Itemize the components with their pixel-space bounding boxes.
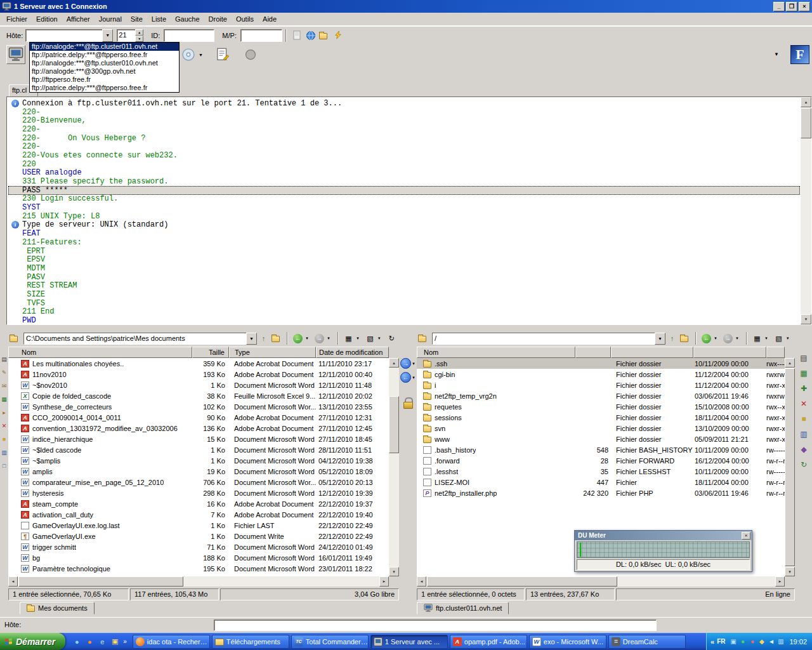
scroll-left-icon[interactable]: ◄ xyxy=(8,576,18,587)
close-button[interactable]: × xyxy=(799,2,810,11)
scroll-up-icon[interactable]: ▲ xyxy=(389,358,399,368)
scroll-down-icon[interactable]: ▼ xyxy=(389,567,399,576)
dock-icon[interactable]: ✕ xyxy=(0,422,8,430)
local-path-combo[interactable]: C:\Documents and Settings\patrice\Mes do… xyxy=(23,333,247,345)
quick-launch-overflow-icon[interactable]: » xyxy=(123,638,127,645)
host-history-item[interactable]: ftp://patrice.delpy:***@ftpperso.free.fr xyxy=(30,51,179,59)
file-row[interactable]: GameOverlayUI.exe 1 Ko Document Write 22… xyxy=(8,531,389,541)
taskbar-task-button[interactable]: idac ota - Recherc... xyxy=(133,635,210,649)
scroll-thumb[interactable] xyxy=(427,576,617,587)
host-history-item[interactable]: ftp://analogde:***@ftp.cluster010.ovh.ne… xyxy=(30,59,179,67)
tray-collapse-icon[interactable]: « xyxy=(710,638,714,646)
open-folder-button[interactable] xyxy=(318,29,332,43)
file-row[interactable]: GameOverlayUI.exe.log.last 1 Ko Fichier … xyxy=(8,520,389,531)
remote-path-combo[interactable]: / xyxy=(432,333,655,345)
maximize-button[interactable]: ❐ xyxy=(786,2,797,11)
menu-item[interactable]: Droite xyxy=(204,13,232,25)
file-row[interactable]: ~$lded cascode 1 Ko Document Microsoft W… xyxy=(8,444,389,455)
file-row[interactable]: svn Fichier dossier 13/10/2009 00:00 rwx… xyxy=(417,423,785,434)
upload-dropdown-icon[interactable]: ▼ xyxy=(412,362,416,366)
file-row[interactable]: ~$nov2010 1 Ko Document Microsoft Word 1… xyxy=(8,380,389,390)
remote-panel-tab[interactable]: ftp.cluster011.ovh.net xyxy=(417,602,509,614)
dock-icon[interactable]: ▸ xyxy=(0,409,8,417)
file-row[interactable]: requetes Fichier dossier 15/10/2008 00:0… xyxy=(417,401,785,412)
close-icon[interactable]: × xyxy=(742,532,750,540)
file-row[interactable]: .ssh Fichier dossier 10/11/2009 00:00 rw… xyxy=(417,358,785,369)
forward-button[interactable]: → xyxy=(313,332,326,345)
up-directory-button[interactable]: ↑ xyxy=(257,332,270,345)
quick-launch-icon[interactable]: ● xyxy=(71,638,82,646)
offline-globe-button[interactable] xyxy=(241,45,260,64)
column-header[interactable]: Taille xyxy=(192,347,229,358)
column-header[interactable]: Nom xyxy=(417,347,575,358)
menu-item[interactable]: Liste xyxy=(147,13,171,25)
back-button[interactable]: ← xyxy=(291,332,304,345)
column-header[interactable] xyxy=(575,347,611,358)
tray-icon[interactable]: ▣ xyxy=(729,638,737,645)
taskbar-task-button[interactable]: exo - Microsoft W... xyxy=(529,635,606,649)
view-mode-button[interactable]: ▦ xyxy=(750,332,764,345)
open-folder-button[interactable] xyxy=(270,332,284,345)
login-input[interactable] xyxy=(164,29,214,42)
dock-icon[interactable]: ✚ xyxy=(799,383,809,394)
refresh-button[interactable]: ↻ xyxy=(385,332,398,345)
file-row[interactable]: convention_13031972_modifiee_av_03032006… xyxy=(8,423,389,434)
taskbar-task-button[interactable]: Total Commander ... xyxy=(291,635,369,649)
tray-icon[interactable]: ▥ xyxy=(776,638,785,645)
tray-icon[interactable]: ◆ xyxy=(757,638,766,645)
scroll-down-icon[interactable]: ▼ xyxy=(785,567,795,576)
dock-icon[interactable]: ▦ xyxy=(799,368,809,379)
remote-horizontal-scrollbar[interactable]: ◄ ► xyxy=(417,576,795,587)
menu-item[interactable]: Fichier xyxy=(2,13,32,25)
dock-icon[interactable]: ■ xyxy=(799,414,809,425)
download-button[interactable]: ← xyxy=(400,372,411,383)
host-history-item[interactable]: ftp://analogde:***@300gp.ovh.net xyxy=(30,67,179,76)
scroll-right-icon[interactable]: ► xyxy=(379,576,389,587)
scroll-thumb[interactable] xyxy=(389,396,399,453)
log-scrollbar[interactable]: ▲ ▼ xyxy=(801,97,811,324)
column-header[interactable]: Type xyxy=(229,347,316,358)
port-spinner[interactable]: ▲▼ xyxy=(135,29,143,42)
edit-notes-button[interactable] xyxy=(213,45,232,64)
forward-dropdown-icon[interactable]: ▼ xyxy=(327,336,331,340)
dock-icon[interactable]: ▦ xyxy=(0,395,8,404)
filter-dropdown-icon[interactable]: ▼ xyxy=(377,336,381,340)
file-row[interactable]: bg 188 Ko Document Microsoft Word 16/01/… xyxy=(8,552,389,563)
taskbar-task-button[interactable]: opamp.pdf - Adob... xyxy=(450,635,527,649)
dock-icon[interactable]: ▤ xyxy=(0,355,8,364)
view-mode-button[interactable]: ▦ xyxy=(342,332,355,345)
file-row[interactable]: cgi-bin Fichier dossier 11/12/2004 00:00… xyxy=(417,369,785,380)
password-input[interactable] xyxy=(240,29,282,42)
view-dropdown-icon[interactable]: ▼ xyxy=(356,336,360,340)
menu-item[interactable]: Outils xyxy=(232,13,258,25)
host-history-item[interactable]: ftp://analogde:***@ftp.cluster011.ovh.ne… xyxy=(30,43,179,51)
file-row[interactable]: activation_call_duty 7 Ko Adobe Acrobat … xyxy=(8,509,389,520)
file-row[interactable]: comparateur_mise_en_page_05_12_2010 706 … xyxy=(8,477,389,488)
quick-launch-icon[interactable]: ● xyxy=(84,638,95,646)
scroll-down-icon[interactable]: ▼ xyxy=(801,314,811,324)
column-header[interactable]: Nom xyxy=(8,347,192,358)
dock-icon[interactable]: ✉ xyxy=(0,382,8,390)
menu-item[interactable]: Aide xyxy=(258,13,281,25)
dock-icon[interactable]: ▤ xyxy=(799,353,809,364)
file-row[interactable]: hysteresis 298 Ko Document Microsoft Wor… xyxy=(8,488,389,498)
browse-web-button[interactable] xyxy=(304,29,318,43)
scroll-right-icon[interactable]: ► xyxy=(775,576,785,587)
tray-icon[interactable]: ● xyxy=(738,638,747,645)
spin-up-icon[interactable]: ▲ xyxy=(135,29,143,36)
column-header[interactable] xyxy=(611,347,693,358)
scroll-left-icon[interactable]: ◄ xyxy=(417,576,426,587)
local-vertical-scrollbar[interactable]: ▲ ▼ xyxy=(389,358,399,576)
dock-icon[interactable]: ▥ xyxy=(0,449,8,457)
file-row[interactable]: net2ftp_temp_vrg2n Fichier dossier 03/06… xyxy=(417,390,785,401)
quick-connect-button[interactable] xyxy=(332,29,346,43)
file-row[interactable]: steam_compte 16 Ko Adobe Acrobat Documen… xyxy=(8,498,389,509)
host-quick-input[interactable] xyxy=(214,620,657,631)
lock-panels-icon[interactable] xyxy=(403,397,412,408)
file-row[interactable]: ~$amplis 1 Ko Document Microsoft Word 04… xyxy=(8,455,389,466)
file-row[interactable]: trigger schmitt 71 Ko Document Microsoft… xyxy=(8,541,389,552)
local-horizontal-scrollbar[interactable]: ◄ ► xyxy=(8,576,399,587)
file-row[interactable]: Les multinationales choyées.. 359 Ko Ado… xyxy=(8,358,389,369)
download-dropdown-icon[interactable]: ▼ xyxy=(412,376,416,380)
dock-icon[interactable]: ▥ xyxy=(799,429,809,440)
